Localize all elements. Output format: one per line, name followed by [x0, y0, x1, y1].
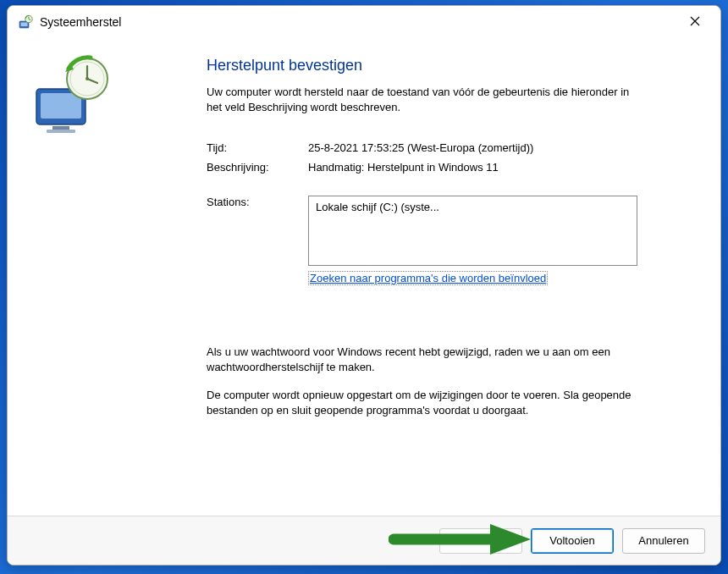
description-row: Beschrijving: Handmatig: Herstelpunt in …: [207, 161, 683, 174]
page-subtext: Uw computer wordt hersteld naar de toest…: [207, 85, 647, 114]
stations-row: Stations: Lokale schijf (C:) (syste...: [207, 196, 683, 266]
description-label: Beschrijving:: [207, 161, 308, 174]
time-value: 25-8-2021 17:53:25 (West-Europa (zomerti…: [308, 141, 533, 154]
svg-rect-7: [47, 130, 75, 133]
system-restore-icon: [18, 14, 33, 30]
back-button[interactable]: [439, 528, 522, 554]
svg-point-12: [85, 77, 89, 80]
content-area: Herstelpunt bevestigen Uw computer wordt…: [8, 38, 720, 516]
svg-rect-1: [21, 23, 28, 27]
time-label: Tijd:: [207, 141, 308, 154]
svg-rect-6: [52, 126, 69, 130]
titlebar: Systeemherstel: [8, 6, 720, 38]
station-item[interactable]: Lokale schijf (C:) (syste...: [316, 201, 630, 213]
svg-rect-5: [41, 93, 81, 119]
window-title: Systeemherstel: [40, 15, 676, 29]
stations-listbox[interactable]: Lokale schijf (C:) (syste...: [308, 196, 637, 266]
stations-label: Stations:: [207, 196, 308, 208]
restart-warning: De computer wordt opnieuw opgestart om d…: [207, 388, 647, 417]
wizard-graphic: [8, 38, 207, 516]
page-heading: Herstelpunt bevestigen: [207, 57, 683, 75]
time-row: Tijd: 25-8-2021 17:53:25 (West-Europa (z…: [207, 141, 683, 154]
close-icon: [690, 15, 700, 29]
finish-button[interactable]: Voltooien: [531, 528, 614, 554]
affected-programs-link[interactable]: Zoeken naar programma's die worden beïnv…: [308, 271, 548, 285]
close-button[interactable]: [676, 9, 714, 35]
description-value: Handmatig: Herstelpunt in Windows 11: [308, 161, 499, 174]
system-restore-window: Systeemherstel: [7, 5, 721, 566]
password-disk-note: Als u uw wachtwoord voor Windows recent …: [207, 345, 647, 374]
wizard-footer: Voltooien Annuleren: [8, 516, 720, 565]
lower-text: Als u uw wachtwoord voor Windows recent …: [207, 345, 683, 417]
cancel-button[interactable]: Annuleren: [622, 528, 705, 554]
main-pane: Herstelpunt bevestigen Uw computer wordt…: [207, 38, 720, 516]
